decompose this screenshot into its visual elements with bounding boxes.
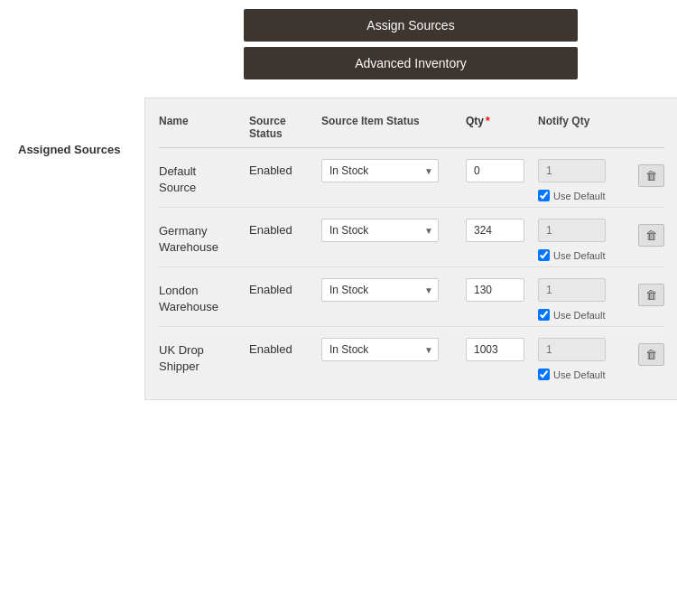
qty-input[interactable] (466, 338, 524, 361)
delete-cell: 🗑 (637, 219, 664, 247)
delete-cell: 🗑 (637, 278, 664, 306)
sources-rows: DefaultSourceEnabledIn StockOut of Stock… (159, 148, 664, 386)
source-item-status-cell: In StockOut of Stock▼ (321, 159, 466, 182)
qty-input[interactable] (466, 278, 524, 302)
source-name: GermanyWarehouse (159, 219, 249, 256)
use-default-label: Use Default (553, 250, 605, 261)
source-name: LondonWarehouse (159, 278, 249, 315)
use-default-checkbox[interactable] (538, 309, 550, 321)
source-item-status-cell: In StockOut of Stock▼ (321, 338, 466, 361)
item-status-select-wrapper: In StockOut of Stock▼ (321, 278, 439, 302)
table-row: UK DropShipperEnabledIn StockOut of Stoc… (159, 327, 664, 386)
use-default-label: Use Default (553, 310, 605, 321)
notify-qty-cell: Use Default (538, 338, 637, 380)
advanced-inventory-button[interactable]: Advanced Inventory (244, 47, 578, 79)
source-status: Enabled (249, 338, 321, 356)
qty-cell (466, 219, 538, 242)
source-name: UK DropShipper (159, 338, 249, 375)
use-default-checkbox[interactable] (538, 369, 550, 380)
delete-button[interactable]: 🗑 (638, 284, 664, 306)
item-status-select[interactable]: In StockOut of Stock (321, 159, 439, 182)
col-source-status: Source Status (249, 115, 321, 140)
table-row: LondonWarehouseEnabledIn StockOut of Sto… (159, 267, 664, 327)
notify-qty-cell: Use Default (538, 278, 637, 321)
item-status-select[interactable]: In StockOut of Stock (321, 219, 439, 242)
use-default-checkbox[interactable] (538, 249, 550, 261)
col-name: Name (159, 115, 249, 140)
item-status-select[interactable]: In StockOut of Stock (321, 338, 439, 361)
delete-cell: 🗑 (637, 159, 664, 187)
source-item-status-cell: In StockOut of Stock▼ (321, 278, 466, 302)
table-header: Name Source Status Source Item Status Qt… (159, 107, 664, 148)
use-default-wrapper: Use Default (538, 249, 637, 261)
delete-button[interactable]: 🗑 (638, 224, 664, 247)
use-default-checkbox[interactable] (538, 190, 550, 201)
qty-cell (466, 159, 538, 182)
page-container: Assign Sources Advanced Inventory Assign… (0, 0, 677, 616)
qty-cell (466, 278, 538, 302)
notify-qty-input[interactable] (538, 338, 606, 361)
notify-qty-input[interactable] (538, 159, 606, 182)
delete-button[interactable]: 🗑 (638, 343, 664, 366)
assign-sources-button[interactable]: Assign Sources (244, 9, 578, 42)
assigned-sources-label: Assigned Sources (18, 98, 144, 400)
item-status-select-wrapper: In StockOut of Stock▼ (321, 159, 439, 182)
notify-qty-cell: Use Default (538, 159, 637, 201)
main-section: Assigned Sources Name Source Status Sour… (18, 98, 659, 400)
col-qty: Qty* (466, 115, 538, 140)
qty-input[interactable] (466, 159, 524, 182)
item-status-select[interactable]: In StockOut of Stock (321, 278, 439, 302)
sources-table: Name Source Status Source Item Status Qt… (144, 98, 677, 400)
table-row: GermanyWarehouseEnabledIn StockOut of St… (159, 208, 664, 267)
source-name: DefaultSource (159, 159, 249, 196)
item-status-select-wrapper: In StockOut of Stock▼ (321, 338, 439, 361)
notify-qty-input[interactable] (538, 278, 606, 302)
notify-qty-input[interactable] (538, 219, 606, 242)
buttons-section: Assign Sources Advanced Inventory (18, 9, 659, 79)
notify-qty-cell: Use Default (538, 219, 637, 261)
use-default-label: Use Default (553, 191, 605, 201)
qty-input[interactable] (466, 219, 524, 242)
col-actions (637, 115, 664, 140)
source-status: Enabled (249, 278, 321, 296)
delete-button[interactable]: 🗑 (638, 164, 664, 187)
use-default-wrapper: Use Default (538, 369, 637, 380)
delete-cell: 🗑 (637, 338, 664, 366)
source-item-status-cell: In StockOut of Stock▼ (321, 219, 466, 242)
col-notify-qty: Notify Qty (538, 115, 637, 140)
item-status-select-wrapper: In StockOut of Stock▼ (321, 219, 439, 242)
qty-cell (466, 338, 538, 361)
source-status: Enabled (249, 159, 321, 177)
required-star: * (486, 115, 490, 127)
table-row: DefaultSourceEnabledIn StockOut of Stock… (159, 148, 664, 208)
use-default-wrapper: Use Default (538, 190, 637, 201)
use-default-wrapper: Use Default (538, 309, 637, 321)
use-default-label: Use Default (553, 369, 605, 380)
source-status: Enabled (249, 219, 321, 237)
col-source-item-status: Source Item Status (321, 115, 466, 140)
